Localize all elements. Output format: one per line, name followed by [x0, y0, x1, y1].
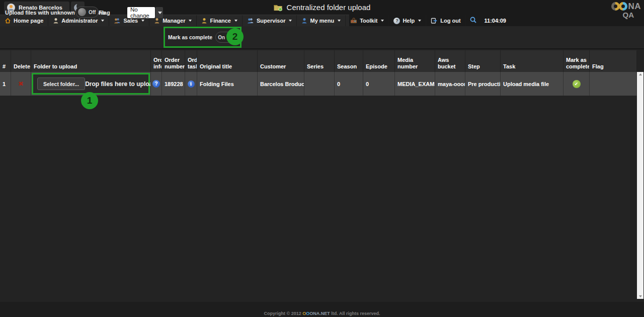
- chevron-down-icon: [101, 20, 104, 22]
- chevron-down-icon: [289, 20, 292, 22]
- ooona-qa-logo: NA QA: [605, 2, 641, 19]
- upload-unknown-extensions-toggle[interactable]: Off: [75, 7, 99, 18]
- col-header-aws-bucket: Aws bucket: [435, 50, 465, 72]
- toggle-knob: [78, 8, 86, 16]
- page-title-text: Centralized folder upload: [287, 3, 371, 12]
- main-menu-bar: Home page Administrator Sales Manager Fi…: [0, 15, 349, 26]
- chevron-down-icon: [189, 20, 192, 22]
- search-button[interactable]: [466, 15, 480, 26]
- mark-as-complete-label: Mark as complete: [168, 34, 212, 40]
- annotation-step-2-badge: 2: [226, 28, 244, 45]
- col-header-media-number: Media number: [395, 50, 435, 72]
- delete-row-icon[interactable]: ✖: [18, 80, 24, 88]
- annotation-step-1-badge: 1: [81, 92, 98, 109]
- cell-media-number: MEDIA_EXAMP...: [395, 72, 435, 96]
- col-header-episode: Episode: [363, 50, 395, 72]
- col-header-customer: Customer: [258, 50, 304, 72]
- menu-item-toolkit[interactable]: Toolkit: [346, 15, 389, 26]
- folder-upload-icon: [274, 4, 283, 11]
- complete-check-icon: ✔: [573, 80, 581, 88]
- copyright-text: Copyright © 2012 OOONA.NET ltd. All righ…: [0, 311, 644, 316]
- order-info-icon[interactable]: ?: [152, 80, 160, 88]
- copyright-prefix: Copyright © 2012: [264, 311, 303, 316]
- flag-label: Flag: [99, 10, 110, 16]
- menu-item-finance[interactable]: Finance: [197, 15, 243, 26]
- menu-item-supervisor[interactable]: Supervisor: [243, 15, 297, 26]
- logout-icon: [431, 18, 438, 24]
- scroll-down-icon[interactable]: [639, 295, 642, 297]
- annotation-box-step-1 drop-zone[interactable]: Select folder... Drop files here to uplo…: [32, 73, 150, 95]
- copyright-suffix: ltd. All rights reserved.: [330, 311, 380, 316]
- chevron-down-icon: [418, 20, 421, 22]
- menu-item-my-menu[interactable]: My menu: [297, 15, 346, 26]
- home-icon: [5, 18, 11, 24]
- chevron-down-icon: [381, 20, 384, 22]
- administrator-icon: [53, 18, 59, 24]
- cell-customer: Barcelos Broducti...: [258, 72, 304, 96]
- logo-circle-2: [619, 2, 627, 11]
- scroll-up-icon[interactable]: [639, 73, 642, 75]
- page-title: Centralized folder upload: [274, 0, 371, 14]
- col-header-order-number: Order number: [162, 50, 185, 72]
- col-header-order-info: Order info: [151, 50, 162, 72]
- menu-item-help[interactable]: ? Help: [389, 15, 426, 26]
- search-icon: [469, 16, 477, 26]
- grid-header-row: # Delete Folder to upload Order info Ord…: [0, 50, 637, 72]
- toolkit-icon: [350, 18, 357, 24]
- cell-step: Pre producti...: [465, 72, 501, 96]
- toggle-state-label: Off: [89, 10, 96, 15]
- col-header-flag: Flag: [590, 50, 637, 72]
- clock-display: 11:04:09: [480, 15, 510, 26]
- cell-series: [304, 72, 335, 96]
- cell-mark-as-complete: ✔: [564, 72, 590, 96]
- sales-icon: [114, 18, 121, 24]
- table-row: 1 ✖ Select folder... Drop files here to …: [0, 72, 637, 96]
- finance-icon: [201, 18, 207, 24]
- my-menu-icon: [301, 18, 307, 24]
- cell-season: 0: [335, 72, 363, 96]
- cell-row-number: 1: [0, 72, 11, 96]
- cell-aws-bucket: maya-ooona: [435, 72, 465, 96]
- logo-text-na: NA: [628, 2, 641, 11]
- col-header-task: Task: [501, 50, 564, 72]
- flag-dropdown[interactable]: No change: [127, 7, 163, 18]
- drop-files-hint: Drop files here to upload: [85, 81, 151, 88]
- chevron-down-icon: [338, 20, 341, 22]
- upload-options-toolbar: [0, 26, 644, 49]
- col-header-step: Step: [465, 50, 501, 72]
- col-header-mark-as-complete: Mark as complete: [564, 50, 590, 72]
- col-header-number: #: [0, 50, 11, 72]
- help-icon: ?: [393, 18, 400, 24]
- flag-dropdown-value[interactable]: No change: [127, 7, 155, 18]
- chevron-down-icon: [234, 20, 237, 22]
- chevron-down-icon: [158, 12, 162, 14]
- cell-episode: 0: [363, 72, 395, 96]
- cell-order-number: 189228: [162, 72, 185, 96]
- col-header-original-title: Original title: [197, 50, 258, 72]
- cell-original-title: Folding Files: [197, 72, 258, 96]
- cell-task: Upload media file: [501, 72, 564, 96]
- cell-flag: [590, 72, 637, 96]
- cell-order-task: i: [185, 72, 197, 96]
- col-header-folder-to-upload: Folder to upload: [31, 50, 151, 72]
- col-header-order-task: Order task: [185, 50, 197, 72]
- menu-item-home-page[interactable]: Home page: [0, 15, 48, 26]
- chevron-down-icon: [141, 20, 144, 22]
- select-folder-button[interactable]: Select folder...: [37, 77, 85, 90]
- cell-order-info: ?: [151, 72, 162, 96]
- menu-item-log-out[interactable]: Log out: [426, 15, 465, 26]
- toggle-state-label: On: [218, 35, 225, 40]
- logo-text-qa: QA: [605, 11, 634, 19]
- brand-rest: ONA.NET: [309, 311, 330, 316]
- supervisor-icon: [247, 18, 254, 24]
- flag-dropdown-button[interactable]: [155, 7, 163, 18]
- cell-delete: ✖: [11, 72, 31, 96]
- col-header-series: Series: [304, 50, 335, 72]
- col-header-delete: Delete: [11, 50, 31, 72]
- order-task-info-icon[interactable]: i: [188, 81, 195, 88]
- col-header-season: Season: [335, 50, 363, 72]
- vertical-scrollbar[interactable]: [637, 72, 643, 299]
